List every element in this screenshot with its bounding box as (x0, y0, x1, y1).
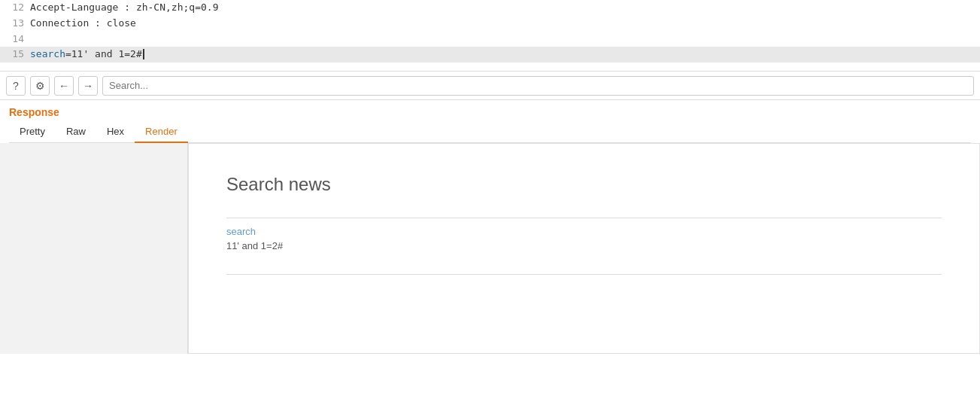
code-line-13: 13 Connection : close (0, 16, 980, 32)
help-icon: ? (13, 80, 19, 92)
code-text: Connection : close (30, 16, 136, 32)
tab-raw[interactable]: Raw (56, 121, 96, 143)
response-tabs: Pretty Raw Hex Render (9, 121, 971, 143)
code-line-12: 12 Accept-Language : zh-CN,zh;q=0.9 (0, 0, 980, 16)
render-main: Search news search 11' and 1=2# (188, 143, 980, 354)
settings-icon: ⚙ (35, 80, 45, 92)
line-number: 13 (6, 16, 24, 32)
code-line-15: 15 search=11' and 1=2# (0, 47, 980, 62)
back-icon: ← (59, 80, 69, 92)
line-number: 14 (6, 32, 24, 47)
toolbar: ? ⚙ ← → (0, 72, 980, 100)
back-button[interactable]: ← (54, 76, 74, 96)
tab-pretty[interactable]: Pretty (9, 121, 56, 143)
render-bottom-divider (226, 274, 942, 275)
render-sidebar (0, 143, 188, 354)
cursor (143, 49, 144, 59)
line-number: 12 (6, 0, 24, 16)
render-divider (226, 218, 942, 218)
settings-button[interactable]: ⚙ (30, 76, 50, 96)
code-text: Accept-Language : zh-CN,zh;q=0.9 (30, 0, 218, 16)
code-keyword: search (30, 48, 65, 59)
code-area: 12 Accept-Language : zh-CN,zh;q=0.9 13 C… (0, 0, 980, 72)
render-field-value: 11' and 1=2# (226, 240, 283, 251)
tab-render[interactable]: Render (135, 121, 188, 143)
render-area: Search news search 11' and 1=2# (0, 143, 980, 354)
code-line-14: 14 (0, 32, 980, 47)
code-value: =11' and 1=2# (65, 48, 142, 59)
forward-icon: → (83, 80, 93, 92)
render-heading: Search news (226, 174, 942, 195)
forward-button[interactable]: → (78, 76, 98, 96)
help-button[interactable]: ? (6, 76, 26, 96)
response-section: Response Pretty Raw Hex Render (0, 100, 980, 143)
search-input[interactable] (102, 76, 974, 96)
response-title: Response (9, 106, 971, 118)
tab-hex[interactable]: Hex (96, 121, 135, 143)
line-number: 15 (6, 47, 24, 62)
render-field-label: search (226, 226, 942, 237)
code-text: search=11' and 1=2# (30, 47, 144, 62)
